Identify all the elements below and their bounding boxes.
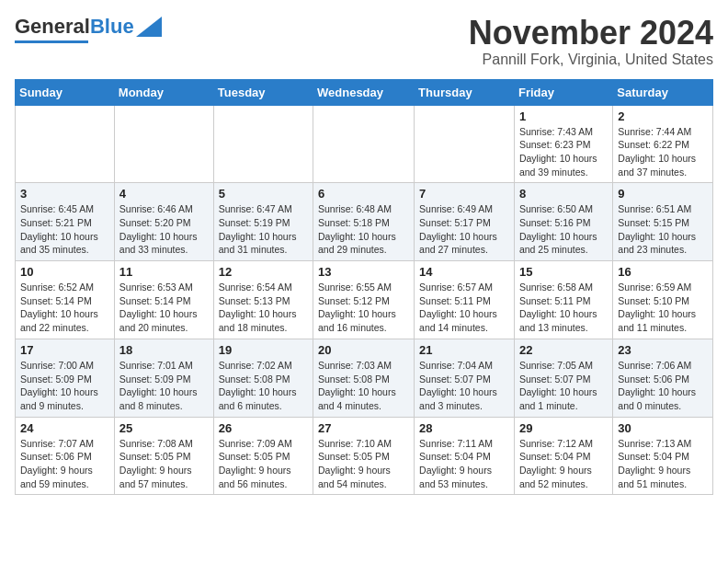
cell-w3-d3: 13Sunrise: 6:55 AM Sunset: 5:12 PM Dayli… (313, 261, 415, 339)
logo-general: General (15, 15, 90, 39)
location-title: Pannill Fork, Virginia, United States (469, 52, 713, 68)
day-number-13: 13 (318, 265, 409, 279)
cell-w4-d2: 19Sunrise: 7:02 AM Sunset: 5:08 PM Dayli… (213, 339, 313, 417)
cell-content-18: Sunrise: 7:01 AM Sunset: 5:09 PM Dayligh… (119, 359, 209, 413)
col-sunday: Sunday (16, 79, 115, 105)
cell-w3-d5: 15Sunrise: 6:58 AM Sunset: 5:11 PM Dayli… (514, 261, 612, 339)
cell-w5-d6: 30Sunrise: 7:13 AM Sunset: 5:04 PM Dayli… (613, 417, 713, 495)
cell-content-30: Sunrise: 7:13 AM Sunset: 5:04 PM Dayligh… (618, 437, 708, 491)
col-monday: Monday (114, 79, 213, 105)
day-number-30: 30 (618, 421, 708, 435)
cell-content-12: Sunrise: 6:54 AM Sunset: 5:13 PM Dayligh… (219, 281, 308, 335)
day-number-12: 12 (219, 265, 308, 279)
svg-marker-0 (136, 17, 162, 37)
day-number-17: 17 (20, 343, 109, 357)
cell-content-1: Sunrise: 7:43 AM Sunset: 6:23 PM Dayligh… (519, 125, 608, 179)
day-number-15: 15 (519, 265, 608, 279)
day-number-19: 19 (219, 343, 308, 357)
cell-w5-d1: 25Sunrise: 7:08 AM Sunset: 5:05 PM Dayli… (114, 417, 213, 495)
cell-w5-d2: 26Sunrise: 7:09 AM Sunset: 5:05 PM Dayli… (213, 417, 313, 495)
day-number-22: 22 (519, 343, 608, 357)
cell-w1-d2 (213, 105, 313, 183)
cell-content-27: Sunrise: 7:10 AM Sunset: 5:05 PM Dayligh… (318, 437, 409, 491)
day-number-1: 1 (519, 109, 608, 123)
week-row-4: 17Sunrise: 7:00 AM Sunset: 5:09 PM Dayli… (16, 339, 713, 417)
col-saturday: Saturday (613, 79, 713, 105)
cell-content-26: Sunrise: 7:09 AM Sunset: 5:05 PM Dayligh… (219, 437, 308, 491)
cell-w3-d2: 12Sunrise: 6:54 AM Sunset: 5:13 PM Dayli… (213, 261, 313, 339)
cell-w5-d0: 24Sunrise: 7:07 AM Sunset: 5:06 PM Dayli… (16, 417, 115, 495)
calendar-header-row: Sunday Monday Tuesday Wednesday Thursday… (16, 79, 713, 105)
cell-content-20: Sunrise: 7:03 AM Sunset: 5:08 PM Dayligh… (318, 359, 409, 413)
cell-w4-d0: 17Sunrise: 7:00 AM Sunset: 5:09 PM Dayli… (16, 339, 115, 417)
logo-icon (136, 17, 162, 37)
cell-w2-d6: 9Sunrise: 6:51 AM Sunset: 5:15 PM Daylig… (613, 183, 713, 261)
title-section: November 2024 Pannill Fork, Virginia, Un… (469, 15, 713, 68)
day-number-5: 5 (219, 187, 308, 201)
cell-w1-d4 (415, 105, 515, 183)
cell-content-16: Sunrise: 6:59 AM Sunset: 5:10 PM Dayligh… (618, 281, 708, 335)
cell-w3-d6: 16Sunrise: 6:59 AM Sunset: 5:10 PM Dayli… (613, 261, 713, 339)
cell-content-19: Sunrise: 7:02 AM Sunset: 5:08 PM Dayligh… (219, 359, 308, 413)
cell-w2-d5: 8Sunrise: 6:50 AM Sunset: 5:16 PM Daylig… (514, 183, 612, 261)
day-number-25: 25 (119, 421, 209, 435)
cell-w2-d2: 5Sunrise: 6:47 AM Sunset: 5:19 PM Daylig… (213, 183, 313, 261)
day-number-24: 24 (20, 421, 109, 435)
week-row-2: 3Sunrise: 6:45 AM Sunset: 5:21 PM Daylig… (16, 183, 713, 261)
cell-content-5: Sunrise: 6:47 AM Sunset: 5:19 PM Dayligh… (219, 202, 308, 257)
cell-w3-d4: 14Sunrise: 6:57 AM Sunset: 5:11 PM Dayli… (415, 261, 515, 339)
day-number-9: 9 (618, 187, 708, 201)
cell-content-25: Sunrise: 7:08 AM Sunset: 5:05 PM Dayligh… (119, 437, 209, 491)
cell-w4-d5: 22Sunrise: 7:05 AM Sunset: 5:07 PM Dayli… (514, 339, 612, 417)
cell-w3-d1: 11Sunrise: 6:53 AM Sunset: 5:14 PM Dayli… (114, 261, 213, 339)
day-number-4: 4 (119, 187, 209, 201)
cell-content-21: Sunrise: 7:04 AM Sunset: 5:07 PM Dayligh… (419, 359, 509, 413)
calendar-table: Sunday Monday Tuesday Wednesday Thursday… (15, 79, 713, 496)
col-tuesday: Tuesday (213, 79, 313, 105)
cell-w5-d4: 28Sunrise: 7:11 AM Sunset: 5:04 PM Dayli… (415, 417, 515, 495)
cell-content-13: Sunrise: 6:55 AM Sunset: 5:12 PM Dayligh… (318, 281, 409, 335)
week-row-3: 10Sunrise: 6:52 AM Sunset: 5:14 PM Dayli… (16, 261, 713, 339)
cell-content-11: Sunrise: 6:53 AM Sunset: 5:14 PM Dayligh… (119, 281, 209, 335)
day-number-8: 8 (519, 187, 608, 201)
cell-content-10: Sunrise: 6:52 AM Sunset: 5:14 PM Dayligh… (20, 281, 109, 335)
day-number-14: 14 (419, 265, 509, 279)
cell-content-29: Sunrise: 7:12 AM Sunset: 5:04 PM Dayligh… (519, 437, 608, 491)
cell-content-23: Sunrise: 7:06 AM Sunset: 5:06 PM Dayligh… (618, 359, 708, 413)
day-number-18: 18 (119, 343, 209, 357)
cell-w1-d0 (16, 105, 115, 183)
cell-w1-d1 (114, 105, 213, 183)
day-number-21: 21 (419, 343, 509, 357)
month-title: November 2024 (469, 15, 713, 52)
cell-content-22: Sunrise: 7:05 AM Sunset: 5:07 PM Dayligh… (519, 359, 608, 413)
cell-w4-d4: 21Sunrise: 7:04 AM Sunset: 5:07 PM Dayli… (415, 339, 515, 417)
cell-w4-d6: 23Sunrise: 7:06 AM Sunset: 5:06 PM Dayli… (613, 339, 713, 417)
cell-w2-d4: 7Sunrise: 6:49 AM Sunset: 5:17 PM Daylig… (415, 183, 515, 261)
day-number-10: 10 (20, 265, 109, 279)
day-number-7: 7 (419, 187, 509, 201)
cell-w2-d3: 6Sunrise: 6:48 AM Sunset: 5:18 PM Daylig… (313, 183, 415, 261)
cell-w1-d3 (313, 105, 415, 183)
day-number-20: 20 (318, 343, 409, 357)
cell-w2-d0: 3Sunrise: 6:45 AM Sunset: 5:21 PM Daylig… (16, 183, 115, 261)
cell-content-15: Sunrise: 6:58 AM Sunset: 5:11 PM Dayligh… (519, 281, 608, 335)
day-number-6: 6 (318, 187, 409, 201)
col-thursday: Thursday (415, 79, 515, 105)
cell-content-4: Sunrise: 6:46 AM Sunset: 5:20 PM Dayligh… (119, 202, 209, 257)
cell-content-28: Sunrise: 7:11 AM Sunset: 5:04 PM Dayligh… (419, 437, 509, 491)
day-number-16: 16 (618, 265, 708, 279)
logo: General Blue (15, 15, 162, 43)
cell-content-8: Sunrise: 6:50 AM Sunset: 5:16 PM Dayligh… (519, 202, 608, 257)
cell-w1-d6: 2Sunrise: 7:44 AM Sunset: 6:22 PM Daylig… (613, 105, 713, 183)
cell-content-6: Sunrise: 6:48 AM Sunset: 5:18 PM Dayligh… (318, 202, 409, 257)
week-row-1: 1Sunrise: 7:43 AM Sunset: 6:23 PM Daylig… (16, 105, 713, 183)
week-row-5: 24Sunrise: 7:07 AM Sunset: 5:06 PM Dayli… (16, 417, 713, 495)
cell-content-17: Sunrise: 7:00 AM Sunset: 5:09 PM Dayligh… (20, 359, 109, 413)
col-friday: Friday (514, 79, 612, 105)
cell-content-14: Sunrise: 6:57 AM Sunset: 5:11 PM Dayligh… (419, 281, 509, 335)
day-number-29: 29 (519, 421, 608, 435)
cell-content-7: Sunrise: 6:49 AM Sunset: 5:17 PM Dayligh… (419, 202, 509, 257)
cell-w4-d3: 20Sunrise: 7:03 AM Sunset: 5:08 PM Dayli… (313, 339, 415, 417)
day-number-23: 23 (618, 343, 708, 357)
cell-content-9: Sunrise: 6:51 AM Sunset: 5:15 PM Dayligh… (618, 202, 708, 257)
